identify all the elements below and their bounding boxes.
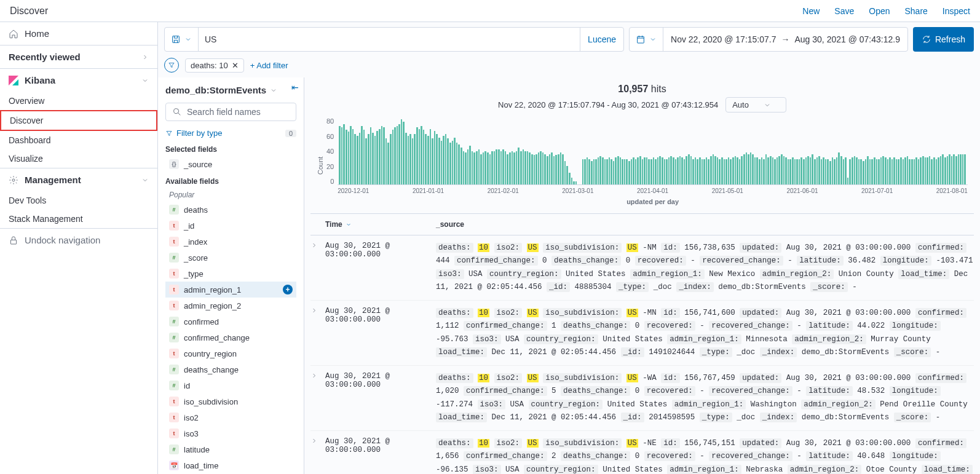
field--score[interactable]: #_score [165, 250, 296, 266]
filter-by-type-button[interactable]: Filter by type 0 [165, 126, 296, 140]
query-input[interactable]: US [199, 28, 580, 51]
chevron-down-icon [764, 101, 771, 109]
top-action-share[interactable]: Share [905, 6, 928, 16]
refresh-button[interactable]: Refresh [913, 27, 974, 52]
query-lang-selector[interactable]: Lucene [580, 28, 623, 51]
x-axis: 2020-12-012021-01-012021-02-012021-03-01… [338, 185, 968, 197]
chevron-down-icon [141, 176, 149, 184]
field-confirmed[interactable]: #confirmed [165, 314, 296, 330]
field-iso-subdivision[interactable]: tiso_subdivision [165, 393, 296, 409]
kibana-subitems: OverviewDiscoverDashboardVisualize [0, 92, 157, 168]
filter-pill-deaths[interactable]: deaths: 10 ✕ [185, 58, 244, 73]
text-field-icon: t [169, 301, 179, 310]
close-icon[interactable]: ✕ [232, 61, 239, 70]
table-row: Aug 30, 2021 @ 03:00:00.000deaths: 10 is… [310, 431, 974, 474]
saved-query-menu[interactable] [165, 28, 199, 51]
popular-label: Popular [165, 188, 296, 202]
top-action-save[interactable]: Save [834, 6, 854, 16]
filter-bar: deaths: 10 ✕ + Add filter [158, 57, 980, 77]
doc-time: Aug 30, 2021 @ 03:00:00.000 [325, 372, 436, 424]
collapse-sidebar-button[interactable]: ⇤ [291, 82, 299, 92]
expand-row-button[interactable] [310, 242, 325, 294]
chevron-down-icon [184, 36, 192, 43]
col-source-header[interactable]: _source [436, 220, 974, 229]
top-bar: Discover NewSaveOpenShareInspect [0, 0, 980, 22]
chevron-right-icon [310, 307, 318, 314]
nav-home[interactable]: Home [0, 22, 157, 45]
documents-table: Time _source Aug 30, 2021 @ 03:00:00.000… [310, 213, 974, 474]
source-field-icon: {} [169, 159, 179, 169]
kibana-logo-icon [9, 76, 18, 85]
index-pattern-selector[interactable]: demo_db:StormEvents [165, 82, 296, 98]
top-action-new[interactable]: New [802, 6, 820, 16]
field-deaths-change[interactable]: #deaths_change [165, 361, 296, 377]
filter-menu-button[interactable] [164, 58, 179, 73]
add-filter-button[interactable]: + Add filter [250, 61, 288, 70]
chevron-right-icon [141, 53, 149, 61]
nav-recently-viewed[interactable]: Recently viewed [0, 45, 157, 68]
interval-select[interactable]: Auto [725, 97, 786, 113]
field-admin-region-1[interactable]: tadmin_region_1+ [165, 282, 296, 298]
sidebar-item-stack-management[interactable]: Stack Management [0, 210, 157, 228]
query-bar: US Lucene Nov 22, 2020 @ 17:15:07.7 → Au… [158, 22, 980, 57]
top-actions: NewSaveOpenShareInspect [802, 6, 970, 16]
text-field-icon: t [169, 413, 179, 422]
date-picker: Nov 22, 2020 @ 17:15:07.7 → Aug 30, 2021… [629, 27, 908, 52]
add-field-button[interactable]: + [283, 285, 293, 294]
top-action-open[interactable]: Open [869, 6, 890, 16]
filter-type-count: 0 [285, 130, 296, 137]
doc-time: Aug 30, 2021 @ 03:00:00.000 [325, 242, 436, 294]
date-range-display[interactable]: Nov 22, 2020 @ 17:15:07.7 → Aug 30, 2021… [663, 28, 907, 51]
sidebar-item-dashboard[interactable]: Dashboard [0, 131, 157, 149]
chevron-down-icon [270, 87, 277, 94]
nav-management[interactable]: Management [0, 168, 157, 191]
field-country-region[interactable]: tcountry_region [165, 346, 296, 361]
field--id[interactable]: t_id [165, 218, 296, 234]
expand-row-button[interactable] [310, 437, 325, 474]
nav-kibana[interactable]: Kibana [0, 69, 157, 92]
date-quick-menu[interactable] [630, 28, 663, 51]
search-fields-input[interactable]: Search field names [165, 103, 296, 121]
number-field-icon: # [169, 317, 179, 326]
field-load-time[interactable]: 📅load_time [165, 457, 296, 473]
field-confirmed-change[interactable]: #confirmed_change [165, 330, 296, 346]
expand-row-button[interactable] [310, 307, 325, 359]
field-latitude[interactable]: #latitude [165, 441, 296, 457]
nav-sidebar: Home Recently viewed Kibana OverviewDisc… [0, 22, 158, 474]
histogram-chart[interactable]: Count 806040200 2020-12-012021-01-012021… [310, 115, 974, 213]
field-admin-region-2[interactable]: tadmin_region_2 [165, 298, 296, 314]
field--index[interactable]: t_index [165, 234, 296, 250]
chevron-down-icon [649, 36, 657, 43]
text-field-icon: t [169, 429, 179, 438]
field--type[interactable]: t_type [165, 266, 296, 282]
calendar-icon [636, 34, 646, 44]
text-field-icon: t [169, 269, 179, 278]
table-row: Aug 30, 2021 @ 03:00:00.000deaths: 10 is… [310, 366, 974, 431]
col-time-header[interactable]: Time [325, 220, 436, 229]
text-field-icon: t [169, 397, 179, 406]
sidebar-item-visualize[interactable]: Visualize [0, 149, 157, 168]
svg-point-4 [174, 109, 179, 114]
sidebar-item-discover[interactable]: Discover [0, 110, 157, 131]
date-field-icon: 📅 [169, 460, 179, 470]
management-subitems: Dev ToolsStack Management [0, 191, 157, 228]
y-axis-label: Count [317, 132, 324, 199]
field-deaths[interactable]: #deaths [165, 202, 296, 218]
expand-row-button[interactable] [310, 372, 325, 424]
number-field-icon: # [169, 444, 179, 454]
field-id[interactable]: #id [165, 377, 296, 393]
home-icon [9, 29, 18, 39]
nav-undock[interactable]: Undock navigation [0, 229, 157, 251]
chevron-right-icon [310, 437, 318, 444]
top-action-inspect[interactable]: Inspect [942, 6, 970, 16]
doc-source: deaths: 10 iso2: US iso_subdivision: US … [436, 437, 974, 474]
text-field-icon: t [169, 221, 179, 231]
sidebar-item-dev-tools[interactable]: Dev Tools [0, 191, 157, 210]
doc-source: deaths: 10 iso2: US iso_subdivision: US … [436, 242, 974, 294]
svg-point-0 [12, 179, 15, 181]
field-iso2[interactable]: tiso2 [165, 409, 296, 425]
y-axis: 806040200 [326, 117, 338, 185]
field-iso3[interactable]: tiso3 [165, 425, 296, 441]
field--source[interactable]: {}_source [165, 156, 296, 172]
sidebar-item-overview[interactable]: Overview [0, 92, 157, 110]
